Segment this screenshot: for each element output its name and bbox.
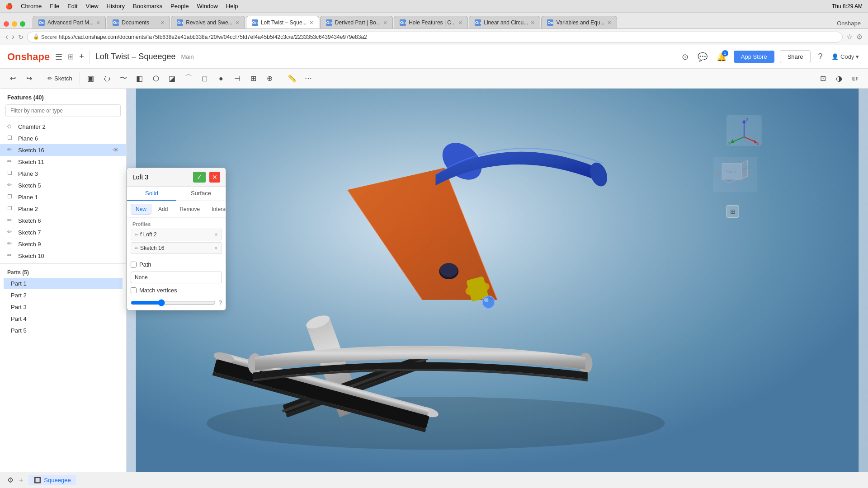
profile-loft2[interactable]: ✏ f Loft 2 × bbox=[131, 229, 222, 240]
hamburger-menu-icon[interactable]: ☰ bbox=[55, 52, 62, 62]
feature-sketch9[interactable]: ✏ Sketch 9 bbox=[0, 238, 126, 250]
part4-item[interactable]: Part 4 bbox=[4, 313, 123, 324]
tool-revolve[interactable]: ⭮ bbox=[100, 71, 114, 86]
menu-window[interactable]: Window bbox=[197, 3, 218, 9]
subtab-add[interactable]: Add bbox=[153, 204, 173, 215]
sketch-button[interactable]: ✏ Sketch bbox=[44, 73, 76, 84]
tab-variables[interactable]: On Variables and Equ... × bbox=[541, 16, 617, 28]
tool-sweep[interactable]: 〜 bbox=[116, 71, 131, 86]
feature-sketch10[interactable]: ✏ Sketch 10 bbox=[0, 250, 126, 262]
feature-plane1[interactable]: ☐ Plane 1 bbox=[0, 191, 126, 203]
filter-input[interactable] bbox=[5, 104, 121, 117]
confirm-button[interactable]: ✓ bbox=[193, 172, 206, 183]
tab-advanced-part[interactable]: On Advanced Part M... × bbox=[33, 16, 106, 28]
tab-linear[interactable]: On Linear and Circu... × bbox=[469, 16, 540, 28]
part2-item[interactable]: Part 2 bbox=[4, 290, 123, 301]
reload-button[interactable]: ↻ bbox=[18, 33, 24, 41]
path-dropdown[interactable]: None bbox=[131, 272, 222, 283]
menu-people[interactable]: People bbox=[170, 3, 189, 9]
tab-close-advanced[interactable]: × bbox=[96, 19, 100, 26]
menu-file[interactable]: File bbox=[50, 3, 59, 9]
visibility-eye-icon[interactable]: 👁 bbox=[113, 146, 119, 154]
add-feature-icon[interactable]: + bbox=[79, 52, 84, 61]
redo-button[interactable]: ↪ bbox=[22, 71, 36, 86]
feature-plane3[interactable]: ☐ Plane 3 bbox=[0, 168, 126, 179]
feature-plane2[interactable]: ☐ Plane 2 bbox=[0, 203, 126, 215]
notifications-icon[interactable]: 🔔1 bbox=[715, 50, 728, 64]
feature-sketch6[interactable]: ✏ Sketch 6 bbox=[0, 215, 126, 226]
tool-boolean[interactable]: ⊕ bbox=[263, 71, 277, 86]
menu-help[interactable]: Help bbox=[226, 3, 238, 9]
menu-bookmarks[interactable]: Bookmarks bbox=[133, 3, 162, 9]
feature-sketch11[interactable]: ✏ Sketch 11 bbox=[0, 156, 126, 168]
tab-derived[interactable]: On Derived Part | Bo... × bbox=[320, 16, 393, 28]
subtab-new[interactable]: New bbox=[131, 204, 151, 215]
tool-more[interactable]: ⋯ bbox=[301, 71, 316, 86]
tool-chamfer[interactable]: ◪ bbox=[165, 71, 179, 86]
tab-close-revolve[interactable]: × bbox=[236, 19, 239, 26]
back-button[interactable]: ‹ bbox=[5, 32, 8, 42]
tab-hole-features[interactable]: On Hole Features | C... × bbox=[394, 16, 468, 28]
onshape-logo[interactable]: Onshape bbox=[7, 51, 50, 63]
follow-mode-icon[interactable]: ⊙ bbox=[680, 50, 690, 64]
settings-icon[interactable]: ⚙ bbox=[7, 476, 14, 484]
feature-plane6[interactable]: ☐ Plane 6 bbox=[0, 132, 126, 144]
tool-ef[interactable]: EF bbox=[848, 71, 863, 86]
add-tab-icon[interactable]: + bbox=[19, 476, 23, 484]
tab-documents[interactable]: On Documents × bbox=[107, 16, 170, 28]
cancel-button[interactable]: ✕ bbox=[209, 172, 220, 183]
minimize-window-btn[interactable] bbox=[12, 21, 17, 27]
subtab-remove[interactable]: Remove bbox=[175, 204, 205, 215]
feature-chamfer2[interactable]: ◇ Chamfer 2 bbox=[0, 121, 126, 132]
profile-sketch16[interactable]: ✏ Sketch 16 × bbox=[131, 242, 222, 254]
part5-item[interactable]: Part 5 bbox=[4, 325, 123, 336]
address-box[interactable]: 🔒 Secure https://cad.onshape.com/documen… bbox=[27, 32, 843, 42]
remove-profile-sketch16-icon[interactable]: × bbox=[214, 244, 218, 252]
apple-logo[interactable]: 🍎 bbox=[5, 3, 13, 9]
tool-plane[interactable]: ◻ bbox=[198, 71, 212, 86]
tab-close-linear[interactable]: × bbox=[531, 19, 534, 26]
undo-button[interactable]: ↩ bbox=[5, 71, 20, 86]
forward-button[interactable]: › bbox=[12, 32, 14, 42]
loft-slider[interactable] bbox=[131, 299, 216, 306]
remove-profile-loft2-icon[interactable]: × bbox=[214, 231, 218, 238]
maximize-window-btn[interactable] bbox=[20, 21, 25, 27]
tab-close-derived[interactable]: × bbox=[383, 19, 387, 26]
part1-item[interactable]: Part 1 bbox=[4, 278, 123, 289]
tool-pattern[interactable]: ⊞ bbox=[246, 71, 261, 86]
tool-hole[interactable]: ● bbox=[214, 71, 228, 86]
tab-close-hole[interactable]: × bbox=[458, 19, 462, 26]
menu-edit[interactable]: Edit bbox=[67, 3, 77, 9]
appstore-button[interactable]: App Store bbox=[734, 51, 774, 63]
feature-sketch7[interactable]: ✏ Sketch 7 bbox=[0, 226, 126, 238]
part3-item[interactable]: Part 3 bbox=[4, 301, 123, 313]
user-avatar[interactable]: 👤 Cody ▾ bbox=[830, 52, 861, 62]
extensions-icon[interactable]: ⚙ bbox=[856, 33, 863, 41]
bookmark-star-icon[interactable]: ☆ bbox=[846, 33, 853, 41]
share-button[interactable]: Share bbox=[780, 50, 811, 63]
comments-icon[interactable]: 💬 bbox=[696, 50, 709, 64]
tool-view-front[interactable]: ⊡ bbox=[816, 71, 830, 86]
path-checkbox[interactable] bbox=[131, 262, 137, 267]
help-circle-icon[interactable]: ? bbox=[218, 299, 222, 306]
close-window-btn[interactable] bbox=[4, 21, 9, 27]
tab-close-documents[interactable]: × bbox=[160, 19, 164, 26]
menu-chrome[interactable]: Chrome bbox=[21, 3, 42, 9]
menu-history[interactable]: History bbox=[107, 3, 125, 9]
viewport[interactable]: Z X Y Front bbox=[127, 89, 868, 472]
tool-loft[interactable]: ◧ bbox=[132, 71, 147, 86]
menu-view[interactable]: View bbox=[86, 3, 99, 9]
tab-solid[interactable]: Solid bbox=[127, 187, 176, 201]
help-icon[interactable]: ? bbox=[816, 50, 824, 63]
tool-fillet[interactable]: ⌒ bbox=[181, 71, 196, 86]
feature-sketch5[interactable]: ✏ Sketch 5 bbox=[0, 179, 126, 191]
tool-shell[interactable]: ⬡ bbox=[149, 71, 163, 86]
tool-extrude[interactable]: ▣ bbox=[84, 71, 98, 86]
tool-display-mode[interactable]: ◑ bbox=[832, 71, 846, 86]
tool-measure[interactable]: 📏 bbox=[285, 71, 299, 86]
tab-close-loft[interactable]: × bbox=[310, 19, 313, 26]
tab-loft-twist[interactable]: On Loft Twist – Sque... × bbox=[246, 16, 319, 28]
tool-mirror[interactable]: ⊣ bbox=[230, 71, 245, 86]
tab-close-variables[interactable]: × bbox=[608, 19, 611, 26]
subtab-intersect[interactable]: Intersect bbox=[207, 204, 226, 215]
